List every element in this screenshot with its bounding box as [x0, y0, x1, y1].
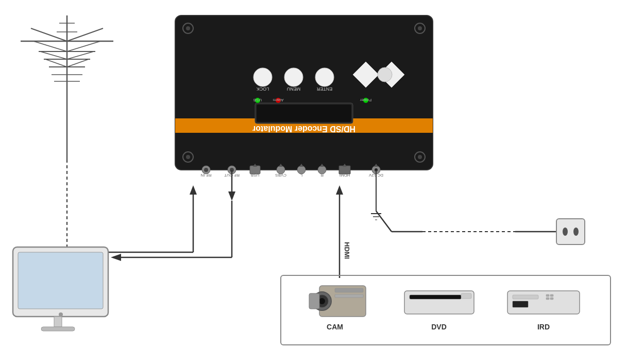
svg-rect-112 [556, 219, 585, 245]
connection-diagram: HD/SD Encoder Modulator LOCK MENU ENTER … [0, 0, 644, 349]
svg-marker-80 [336, 185, 343, 195]
svg-rect-107 [546, 294, 549, 296]
svg-point-25 [418, 26, 422, 30]
svg-point-29 [418, 155, 422, 159]
svg-line-5 [33, 41, 67, 51]
svg-line-2 [31, 28, 67, 41]
cam-device: CAM [309, 286, 366, 331]
svg-point-50 [204, 168, 208, 172]
svg-point-34 [253, 68, 272, 86]
svg-rect-100 [335, 288, 363, 292]
svg-text:Power: Power [360, 98, 371, 102]
svg-line-8 [40, 51, 67, 59]
svg-text:USB: USB [251, 173, 259, 178]
antenna-icon [21, 15, 197, 252]
sources-box: CAM DVD IRD [281, 275, 611, 345]
svg-point-35 [284, 68, 303, 86]
svg-rect-67 [339, 166, 350, 174]
cam-label: CAM [327, 323, 343, 331]
svg-rect-33 [257, 104, 351, 122]
modulator-device: HD/SD Encoder Modulator LOCK MENU ENTER … [175, 15, 433, 178]
svg-line-85 [376, 211, 392, 232]
svg-marker-75 [228, 191, 235, 201]
svg-text:L: L [300, 173, 302, 178]
power-outlet [556, 219, 585, 245]
svg-rect-92 [41, 327, 75, 331]
dvd-device: DVD [404, 291, 474, 331]
svg-text:HD/SD Encoder Modulator: HD/SD Encoder Modulator [252, 125, 355, 133]
svg-rect-109 [546, 298, 549, 300]
svg-line-12 [67, 59, 89, 67]
svg-rect-99 [309, 293, 319, 309]
ird-label: IRD [537, 323, 550, 331]
svg-text:LOCK: LOCK [257, 86, 269, 92]
svg-point-39 [378, 67, 392, 82]
svg-text:R: R [320, 173, 324, 178]
svg-text:ENTER: ENTER [316, 86, 332, 92]
svg-line-3 [67, 28, 103, 41]
svg-point-36 [315, 68, 334, 86]
svg-marker-78 [111, 254, 121, 261]
svg-text:HDMI: HDMI [340, 173, 350, 178]
svg-point-27 [186, 155, 190, 159]
svg-rect-55 [250, 166, 260, 174]
svg-rect-21 [175, 15, 433, 170]
svg-text:USB: USB [253, 98, 262, 102]
svg-point-23 [186, 26, 190, 30]
svg-text:Alarm: Alarm [273, 98, 283, 102]
svg-line-9 [67, 51, 94, 59]
svg-point-113 [563, 228, 568, 236]
svg-text:MENU: MENU [287, 86, 301, 92]
svg-point-64 [318, 166, 326, 174]
svg-line-11 [45, 59, 67, 67]
hdmi-label: HDMI [343, 242, 351, 259]
svg-marker-20 [190, 185, 197, 195]
svg-text:CVBS: CVBS [275, 173, 286, 178]
svg-text:RF IN: RF IN [200, 173, 211, 178]
svg-point-93 [59, 312, 63, 317]
svg-point-98 [319, 298, 325, 304]
ird-device: IRD [507, 291, 580, 331]
svg-point-114 [573, 228, 579, 236]
dvd-label: DVD [431, 323, 447, 331]
svg-rect-104 [461, 293, 471, 299]
svg-line-6 [67, 41, 100, 51]
svg-rect-90 [18, 252, 103, 309]
svg-rect-91 [54, 317, 62, 327]
svg-point-61 [297, 166, 306, 174]
svg-rect-110 [550, 298, 553, 300]
svg-rect-103 [410, 295, 461, 299]
svg-point-58 [277, 166, 285, 174]
tv-monitor [13, 247, 108, 331]
svg-rect-108 [550, 294, 553, 296]
svg-rect-106 [513, 295, 538, 299]
svg-rect-111 [513, 301, 528, 307]
svg-rect-101 [335, 294, 363, 298]
